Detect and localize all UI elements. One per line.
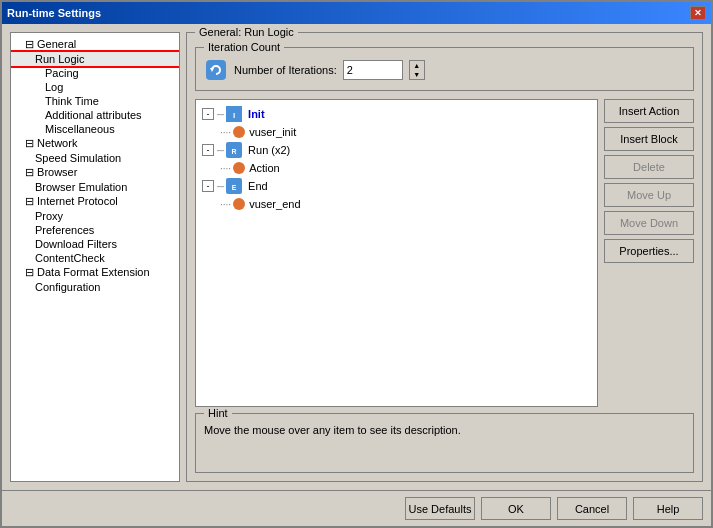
iteration-row: Number of Iterations: ▲ ▼ xyxy=(204,58,685,82)
vuser-init-icon xyxy=(233,126,245,138)
sidebar-item-browser[interactable]: ⊟ Browser xyxy=(11,165,179,180)
sidebar-item-data-format-extension[interactable]: ⊟ Data Format Extension xyxy=(11,265,179,280)
close-button[interactable]: ✕ xyxy=(690,6,706,20)
tree-item-init[interactable]: - ─ I Init xyxy=(200,104,593,124)
iteration-icon xyxy=(204,58,228,82)
middle-area: - ─ I Init ···· vuser_init xyxy=(195,99,694,407)
run-node-icon: R xyxy=(226,142,242,158)
properties-button[interactable]: Properties... xyxy=(604,239,694,263)
sidebar-item-log[interactable]: Log xyxy=(11,80,179,94)
sidebar-item-run-logic[interactable]: Run Logic xyxy=(11,52,179,66)
sidebar-item-internet-protocol[interactable]: ⊟ Internet Protocol xyxy=(11,194,179,209)
vuser-end-label: vuser_end xyxy=(249,198,300,210)
tree-item-action[interactable]: ···· Action xyxy=(200,160,593,176)
init-node-icon: I xyxy=(226,106,242,122)
tree-item-run[interactable]: - ─ R Run (x2) xyxy=(200,140,593,160)
action-icon xyxy=(233,162,245,174)
sidebar-item-speed-simulation[interactable]: Speed Simulation xyxy=(11,151,179,165)
run-label: Run (x2) xyxy=(248,144,290,156)
insert-action-button[interactable]: Insert Action xyxy=(604,99,694,123)
run-line: ─ xyxy=(217,145,224,156)
sidebar-item-additional-attributes[interactable]: Additional attributes xyxy=(11,108,179,122)
sidebar-item-proxy[interactable]: Proxy xyxy=(11,209,179,223)
help-button[interactable]: Help xyxy=(633,497,703,520)
sidebar-item-think-time[interactable]: Think Time xyxy=(11,94,179,108)
window: Run-time Settings ✕ ⊟ General Run Logic … xyxy=(0,0,713,528)
run-logic-group: General: Run Logic Iteration Count xyxy=(186,32,703,482)
tree-item-end[interactable]: - ─ E End xyxy=(200,176,593,196)
sidebar-item-preferences[interactable]: Preferences xyxy=(11,223,179,237)
expand-end-icon[interactable]: - xyxy=(202,180,214,192)
run-logic-group-label: General: Run Logic xyxy=(195,26,298,38)
hint-group: Hint Move the mouse over any item to see… xyxy=(195,413,694,473)
tree-item-vuser-init[interactable]: ···· vuser_init xyxy=(200,124,593,140)
title-bar: Run-time Settings ✕ xyxy=(2,2,711,24)
cancel-button[interactable]: Cancel xyxy=(557,497,627,520)
sidebar-item-browser-emulation[interactable]: Browser Emulation xyxy=(11,180,179,194)
iteration-count-input[interactable] xyxy=(343,60,403,80)
tree-item-vuser-end[interactable]: ···· vuser_end xyxy=(200,196,593,212)
left-panel: ⊟ General Run Logic Pacing Log Think Tim… xyxy=(10,32,180,482)
window-title: Run-time Settings xyxy=(7,7,101,19)
ok-button[interactable]: OK xyxy=(481,497,551,520)
move-up-button[interactable]: Move Up xyxy=(604,183,694,207)
sidebar-item-configuration[interactable]: Configuration xyxy=(11,280,179,294)
action-dots: ···· xyxy=(220,163,231,174)
sidebar-item-pacing[interactable]: Pacing xyxy=(11,66,179,80)
end-node-icon: E xyxy=(226,178,242,194)
hint-group-label: Hint xyxy=(204,407,232,419)
action-buttons-panel: Insert Action Insert Block Delete Move U… xyxy=(604,99,694,407)
init-label: Init xyxy=(248,108,265,120)
sidebar-item-download-filters[interactable]: Download Filters xyxy=(11,237,179,251)
footer: Use Defaults OK Cancel Help xyxy=(2,490,711,526)
expand-init-icon[interactable]: - xyxy=(202,108,214,120)
spin-up-button[interactable]: ▲ xyxy=(410,61,424,70)
logic-tree: - ─ I Init ···· vuser_init xyxy=(195,99,598,407)
init-line: ─ xyxy=(217,109,224,120)
svg-text:R: R xyxy=(232,148,237,155)
spin-down-button[interactable]: ▼ xyxy=(410,70,424,79)
vuser-end-icon xyxy=(233,198,245,210)
svg-text:E: E xyxy=(232,184,237,191)
vuser-init-dots: ···· xyxy=(220,127,231,138)
svg-text:I: I xyxy=(233,111,235,120)
move-down-button[interactable]: Move Down xyxy=(604,211,694,235)
insert-block-button[interactable]: Insert Block xyxy=(604,127,694,151)
vuser-init-label: vuser_init xyxy=(249,126,296,138)
content-area: ⊟ General Run Logic Pacing Log Think Tim… xyxy=(2,24,711,490)
delete-button[interactable]: Delete xyxy=(604,155,694,179)
end-label: End xyxy=(248,180,268,192)
end-line: ─ xyxy=(217,181,224,192)
right-panel: General: Run Logic Iteration Count xyxy=(186,32,703,482)
vuser-end-dots: ···· xyxy=(220,199,231,210)
svg-rect-0 xyxy=(206,60,226,80)
title-controls: ✕ xyxy=(690,6,706,20)
expand-run-icon[interactable]: - xyxy=(202,144,214,156)
sidebar-item-miscellaneous[interactable]: Miscellaneous xyxy=(11,122,179,136)
iteration-group-label: Iteration Count xyxy=(204,41,284,53)
action-label: Action xyxy=(249,162,280,174)
iteration-spinner: ▲ ▼ xyxy=(409,60,425,80)
hint-text: Move the mouse over any item to see its … xyxy=(204,424,461,436)
sidebar-item-general[interactable]: ⊟ General xyxy=(11,37,179,52)
sidebar-item-network[interactable]: ⊟ Network xyxy=(11,136,179,151)
use-defaults-button[interactable]: Use Defaults xyxy=(405,497,475,520)
sidebar-item-content-check[interactable]: ContentCheck xyxy=(11,251,179,265)
iteration-field-label: Number of Iterations: xyxy=(234,64,337,76)
iteration-group: Iteration Count Number of Iterations: xyxy=(195,47,694,91)
